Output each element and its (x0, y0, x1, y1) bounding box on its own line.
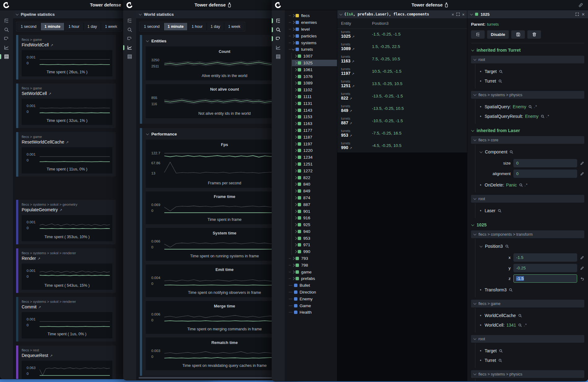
expand-chevron-icon[interactable] (294, 223, 297, 226)
undo-icon[interactable] (580, 277, 584, 281)
query-result-row[interactable]: turrets1163↗7.5, -0.25, 10.5 (337, 54, 467, 66)
search-icon[interactable] (516, 323, 522, 327)
tab-1-minute[interactable]: 1 minute (164, 23, 187, 30)
expand-chevron-icon[interactable] (294, 142, 297, 145)
query-result-row[interactable]: turrets990↗-4.5, -0.25, 10.5 (337, 140, 467, 152)
tree-item-1131[interactable]: 1131 (292, 100, 337, 107)
expand-chevron-icon[interactable] (294, 68, 297, 71)
tree-item-1197[interactable]: 1197 (292, 140, 337, 147)
tree-item-Health[interactable]: Health (285, 309, 337, 316)
system-name[interactable]: DequeueRest (22, 353, 48, 358)
component-item-WorldCell[interactable]: WorldCell:1341.* (480, 323, 584, 328)
sidebar-inspector-icon[interactable] (123, 34, 136, 43)
search-icon[interactable] (516, 314, 522, 318)
tab-1-day[interactable]: 1 day (207, 23, 224, 30)
component-group-flecs-components-transform[interactable]: flecs > components > transform (471, 230, 584, 238)
delete-button[interactable] (527, 30, 541, 39)
component-item-Position3[interactable]: Position3 (480, 244, 584, 249)
expand-chevron-icon[interactable] (294, 183, 297, 186)
expand-chevron-icon[interactable] (294, 162, 297, 165)
tree-item-916[interactable]: 916 (292, 215, 337, 221)
show-in-tree-button[interactable] (471, 30, 485, 39)
component-group-root[interactable]: root (471, 195, 584, 203)
component-item-WorldCellCache[interactable]: WorldCellCache (480, 313, 584, 318)
inspector-section-inherited-from-Turret[interactable]: inherited from Turret (472, 48, 584, 53)
entity-id-link[interactable]: 1163↗ (341, 58, 372, 63)
expand-chevron-icon[interactable] (294, 88, 297, 92)
open-link-icon[interactable]: ↗ (352, 47, 355, 51)
component-item-OnDelete[interactable]: OnDelete:Panic.* (480, 182, 584, 187)
expand-chevron-icon[interactable] (292, 48, 295, 51)
component-group-flecs-game[interactable]: flecs > game (471, 300, 584, 307)
tree-item-flecs[interactable]: flecs (285, 12, 337, 19)
search-icon[interactable] (507, 288, 513, 292)
tree-item-turrets[interactable]: turrets (285, 46, 337, 53)
sidebar-tree-icon[interactable] (0, 16, 13, 25)
tree-item-849[interactable]: 849 (292, 188, 337, 195)
open-link-icon[interactable]: ↗ (352, 72, 354, 75)
open-link-icon[interactable]: ↗ (50, 43, 53, 47)
component-value-link[interactable]: 1341 (506, 323, 516, 328)
edit-pencil-icon[interactable] (580, 255, 584, 260)
expand-chevron-icon[interactable] (294, 250, 297, 253)
collapse-chevron-icon[interactable] (339, 12, 343, 15)
tree-item-level[interactable]: level (285, 26, 337, 33)
expand-chevron-icon[interactable] (294, 82, 297, 85)
open-link-icon[interactable]: ↗ (50, 354, 53, 358)
field-input-size[interactable]: 0 (513, 159, 577, 167)
open-link-icon[interactable]: ↗ (349, 146, 352, 150)
expand-chevron-icon[interactable] (294, 95, 297, 98)
search-icon[interactable] (497, 349, 503, 353)
close-icon[interactable]: ✕ (582, 12, 585, 17)
sidebar-data-icon[interactable] (272, 52, 285, 61)
open-link-icon[interactable]: ↗ (352, 35, 355, 38)
tree-item-1089[interactable]: 1089 (292, 80, 337, 87)
open-link-icon[interactable]: ↗ (349, 121, 352, 125)
tree-item-953[interactable]: 953 (292, 235, 337, 242)
ref-icon[interactable]: .* (546, 114, 549, 118)
edit-pencil-icon[interactable] (580, 266, 584, 270)
component-item-Target[interactable]: Target (480, 69, 584, 74)
open-link-icon[interactable]: ↗ (37, 257, 40, 260)
component-value-link[interactable]: Panic (506, 182, 517, 187)
tree-item-793[interactable]: 793 (285, 255, 337, 262)
system-name[interactable]: ResetWorldCellCache (22, 139, 64, 144)
search-icon[interactable] (495, 209, 502, 213)
entity-id-link[interactable]: 1197↗ (341, 71, 372, 76)
expand-chevron-icon[interactable] (294, 156, 297, 159)
tree-item-925[interactable]: 925 (292, 221, 337, 228)
expand-chevron-icon[interactable] (294, 210, 297, 213)
component-item-SpatialQuery[interactable]: SpatialQuery:Enemy.* (480, 104, 584, 109)
system-name[interactable]: Commit (22, 304, 37, 309)
open-link-icon[interactable]: ↗ (352, 59, 354, 63)
sidebar-stats-icon[interactable] (0, 43, 13, 52)
component-value-link[interactable]: Enemy (513, 104, 526, 109)
expand-chevron-icon[interactable] (294, 75, 297, 78)
component-group-flecs-systems-physics[interactable]: flecs > systems > physics (471, 91, 584, 99)
field-input-y[interactable]: -0.25 (513, 264, 577, 272)
query-result-row[interactable]: turrets1089↗1.5, -0.25, 22.5 (337, 41, 467, 54)
sidebar-search-icon[interactable] (123, 25, 136, 34)
maximize-icon[interactable] (456, 12, 460, 16)
expand-chevron-icon[interactable] (292, 28, 295, 31)
query-result-row[interactable]: turrets887↗-10.5, -0.25, -1.5 (337, 115, 467, 128)
entity-id-link[interactable]: 1089↗ (341, 46, 372, 51)
tree-item-1153[interactable]: 1153 (292, 114, 337, 120)
disable-button[interactable]: Disable (487, 30, 509, 39)
tree-item-Direction[interactable]: Direction (285, 289, 337, 296)
component-item-Laser[interactable]: Laser (480, 208, 584, 213)
sidebar-tree-icon[interactable] (272, 16, 285, 25)
scrollbar-thumb[interactable] (139, 377, 278, 379)
open-link-icon[interactable]: ↗ (59, 208, 62, 212)
tree-item-1076[interactable]: 1076 (292, 73, 337, 80)
tree-item-1272[interactable]: 1272 (292, 167, 337, 174)
expand-chevron-icon[interactable] (294, 230, 297, 233)
ref-icon[interactable]: .* (534, 105, 537, 109)
expand-chevron-icon[interactable] (294, 129, 297, 132)
tree-item-1111[interactable]: 1111 (292, 93, 337, 100)
sidebar-search-icon[interactable] (272, 25, 285, 34)
ref-icon[interactable]: .* (524, 323, 527, 327)
open-link-icon[interactable]: ↗ (66, 140, 68, 144)
component-item-Component[interactable]: Component (480, 149, 584, 154)
expand-chevron-icon[interactable] (292, 14, 295, 17)
